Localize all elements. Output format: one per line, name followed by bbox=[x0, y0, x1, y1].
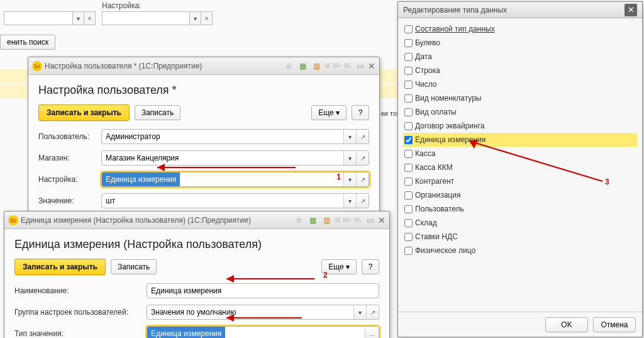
close-icon[interactable]: ✕ bbox=[368, 61, 375, 71]
name-label: Наименование: bbox=[14, 286, 147, 295]
dropdown-icon[interactable]: ▾ bbox=[343, 151, 356, 165]
type-label: Составной тип данных bbox=[415, 25, 495, 33]
window-title: Единица измерения (Настройка пользовател… bbox=[21, 216, 251, 225]
dropdown-icon[interactable]: ▾ bbox=[343, 194, 356, 208]
type-label: Вид оплаты bbox=[415, 108, 457, 116]
dropdown-icon[interactable]: ▾ bbox=[343, 172, 356, 186]
calendar-icon[interactable]: ▥ bbox=[311, 60, 323, 72]
calc-icon[interactable]: ▦ bbox=[308, 215, 319, 226]
clear-icon[interactable]: × bbox=[84, 11, 96, 25]
type-label: Вид номенклатуры bbox=[415, 94, 482, 103]
type-checkbox[interactable] bbox=[404, 53, 413, 61]
type-checkbox[interactable] bbox=[404, 81, 413, 89]
type-item[interactable]: Касса bbox=[403, 147, 637, 161]
group-label: Группа настроек пользователей: bbox=[14, 308, 147, 317]
help-button[interactable]: ? bbox=[352, 105, 369, 120]
close-icon[interactable]: ✕ bbox=[625, 4, 637, 16]
type-list[interactable]: Составной тип данныхБулевоДатаСтрокаЧисл… bbox=[398, 18, 642, 312]
type-item[interactable]: Физическое лицо bbox=[403, 244, 637, 257]
save-and-close-button[interactable]: Записать и закрыть bbox=[14, 259, 106, 275]
apply-search-button[interactable]: енить поиск bbox=[0, 35, 55, 50]
type-checkbox[interactable] bbox=[404, 219, 413, 227]
type-item[interactable]: Вид номенклатуры bbox=[403, 91, 637, 105]
type-item[interactable]: Склад bbox=[403, 216, 637, 230]
value-field[interactable] bbox=[102, 194, 343, 208]
save-and-close-button[interactable]: Записать и закрыть bbox=[38, 104, 130, 121]
type-checkbox[interactable] bbox=[404, 108, 413, 116]
top-filter-setting[interactable] bbox=[102, 11, 190, 25]
dropdown-icon[interactable]: ▾ bbox=[343, 130, 356, 144]
data-type-dialog: Редактирование типа данных ✕ Составной т… bbox=[397, 1, 643, 337]
close-icon[interactable]: ✕ bbox=[378, 215, 386, 225]
type-item[interactable]: Ставки НДС bbox=[403, 230, 637, 244]
setting-field[interactable]: Единица измерения bbox=[102, 172, 180, 186]
type-checkbox[interactable] bbox=[404, 177, 413, 186]
open-icon[interactable]: ↗ bbox=[366, 305, 379, 319]
save-button[interactable]: Записать bbox=[135, 105, 180, 120]
ok-button[interactable]: OK bbox=[545, 317, 588, 332]
type-checkbox[interactable] bbox=[404, 25, 413, 33]
clear-icon[interactable]: × bbox=[201, 11, 213, 25]
type-item[interactable]: Касса ККМ bbox=[403, 161, 637, 174]
dropdown-icon[interactable]: ▾ bbox=[73, 11, 84, 25]
window-control-icon[interactable]: ▭ bbox=[354, 60, 365, 72]
ellipsis-icon[interactable]: … bbox=[365, 327, 379, 338]
type-checkbox[interactable] bbox=[404, 164, 413, 172]
m-label: M bbox=[335, 217, 340, 223]
type-checkbox[interactable] bbox=[404, 191, 413, 200]
more-button[interactable]: Еще ▾ bbox=[311, 105, 347, 120]
type-item[interactable]: Составной тип данных bbox=[403, 22, 637, 36]
value-label: Значение: bbox=[38, 196, 101, 205]
calc-icon[interactable]: ▦ bbox=[297, 60, 309, 72]
type-item[interactable]: Единица измерения bbox=[403, 133, 637, 147]
type-item[interactable]: Договор эквайринга bbox=[403, 119, 637, 133]
star-icon[interactable]: ☆ bbox=[294, 215, 305, 226]
window-title: Настройка пользователя * (1С:Предприятие… bbox=[45, 62, 202, 70]
annotation-3: 3 bbox=[605, 177, 609, 186]
cancel-button[interactable]: Отмена bbox=[593, 317, 636, 332]
group-field[interactable] bbox=[147, 305, 353, 319]
type-item[interactable]: Булево bbox=[403, 36, 637, 50]
type-checkbox[interactable] bbox=[404, 205, 413, 213]
top-filters: ▾ × Настройка: ▾ × bbox=[0, 0, 216, 26]
type-checkbox[interactable] bbox=[404, 67, 413, 75]
open-icon[interactable]: ↗ bbox=[356, 130, 369, 144]
save-button[interactable]: Записать bbox=[111, 259, 157, 274]
type-label: Контрагент bbox=[415, 177, 454, 186]
type-checkbox[interactable] bbox=[404, 136, 413, 144]
dropdown-icon[interactable]: ▾ bbox=[190, 11, 201, 25]
name-field[interactable] bbox=[147, 284, 379, 298]
window-control-icon[interactable]: ▭ bbox=[364, 215, 375, 226]
type-checkbox[interactable] bbox=[404, 122, 413, 130]
open-icon[interactable]: ↗ bbox=[356, 151, 369, 165]
type-item[interactable]: Строка bbox=[403, 64, 637, 77]
type-item[interactable]: Дата bbox=[403, 50, 637, 64]
calendar-icon[interactable]: ▥ bbox=[321, 215, 333, 226]
type-checkbox[interactable] bbox=[404, 39, 413, 47]
type-checkbox[interactable] bbox=[404, 150, 413, 158]
top-filter-input-1[interactable] bbox=[4, 11, 73, 25]
m-minus-label: M- bbox=[344, 62, 352, 69]
type-label: Пользователь bbox=[415, 205, 464, 213]
type-checkbox[interactable] bbox=[404, 233, 413, 241]
type-item[interactable]: Организация bbox=[403, 188, 637, 202]
type-item[interactable]: Контрагент bbox=[403, 174, 637, 188]
open-icon[interactable]: ↗ bbox=[356, 172, 369, 186]
open-icon[interactable]: ↗ bbox=[356, 194, 369, 208]
top-empty-label bbox=[4, 1, 96, 10]
type-checkbox[interactable] bbox=[404, 247, 413, 255]
user-field[interactable] bbox=[102, 130, 343, 144]
type-item[interactable]: Вид оплаты bbox=[403, 105, 637, 119]
type-item[interactable]: Пользователь bbox=[403, 202, 637, 216]
type-field[interactable]: Единица измерения bbox=[147, 327, 225, 338]
type-checkbox[interactable] bbox=[404, 94, 413, 103]
type-label: Касса ККМ bbox=[415, 163, 453, 172]
user-label: Пользователь: bbox=[38, 132, 101, 141]
shop-field[interactable] bbox=[102, 151, 343, 165]
titlebar: 1c Настройка пользователя * (1С:Предприя… bbox=[28, 57, 379, 75]
star-icon[interactable]: ☆ bbox=[284, 60, 295, 72]
dropdown-icon[interactable]: ▾ bbox=[353, 305, 366, 319]
help-button[interactable]: ? bbox=[362, 259, 379, 274]
unit-setting-window: 1c Единица измерения (Настройка пользова… bbox=[4, 211, 390, 338]
type-item[interactable]: Число bbox=[403, 77, 637, 91]
